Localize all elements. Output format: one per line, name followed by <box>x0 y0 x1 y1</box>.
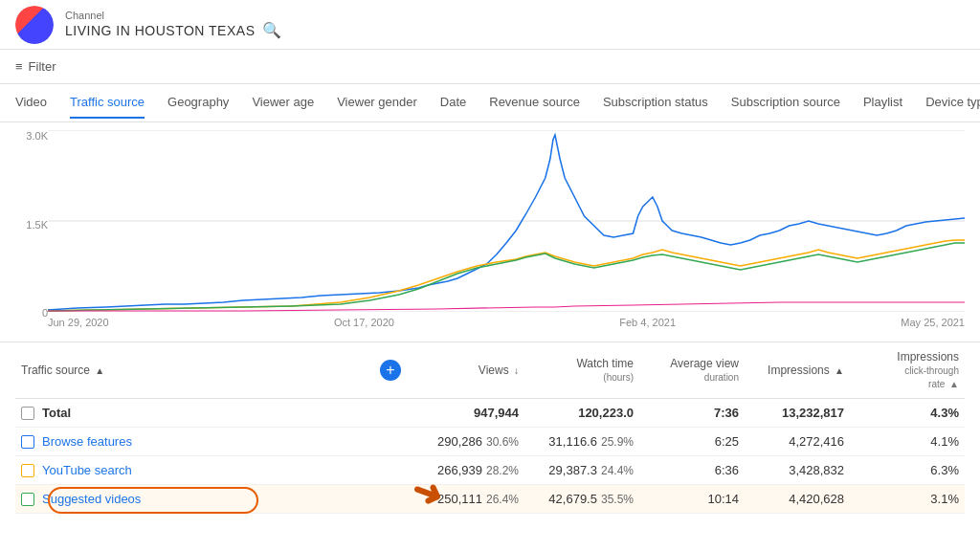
col-header-traffic: Traffic source ▲ <box>15 342 371 399</box>
cell-ctr-suggested-videos: 3.1% <box>850 485 965 514</box>
cell-impressions-browse-features: 4,272,416 <box>745 428 850 456</box>
table-area: Traffic source ▲ + Views ↓ Watch time(ho… <box>0 342 980 551</box>
table-row-browse-features: Browse features290,28630.6%31,116.625.9%… <box>15 428 965 456</box>
cell-ctr-total: 4.3% <box>850 399 965 428</box>
filter-bar: ≡ Filter <box>0 50 980 84</box>
cell-avg-total: 7:36 <box>639 399 745 428</box>
y-axis: 3.0K 1.5K 0 <box>6 130 48 319</box>
x-label-2: Oct 17, 2020 <box>334 317 394 328</box>
tab-viewer-gender[interactable]: Viewer gender <box>337 95 417 119</box>
filter-label[interactable]: Filter <box>29 59 56 74</box>
cell-views-youtube-search: 266,93928.2% <box>410 456 524 485</box>
cell-impressions-total: 13,232,817 <box>745 399 850 428</box>
channel-info: Channel LIVING IN HOUSTON TEXAS 🔍 <box>65 10 281 39</box>
cell-ctr-browse-features: 4.1% <box>850 428 965 456</box>
cell-add-total <box>371 399 410 428</box>
table-row-suggested-videos: Suggested videos250,11126.4%42,679.535.5… <box>15 485 965 514</box>
col-header-ctr: Impressionsclick-throughrate ▲ <box>850 342 965 399</box>
cell-traffic-browse-features: Browse features <box>15 428 371 456</box>
channel-name: LIVING IN HOUSTON TEXAS <box>65 23 255 38</box>
cell-impressions-suggested-videos: 4,420,628 <box>745 485 850 514</box>
y-label-bottom: 0 <box>42 307 48 319</box>
checkbox-youtube-search[interactable] <box>21 464 34 477</box>
tab-date[interactable]: Date <box>440 95 466 119</box>
checkbox-total[interactable] <box>21 407 34 420</box>
col-add: + <box>371 342 410 399</box>
tab-geography[interactable]: Geography <box>167 95 229 119</box>
cell-impressions-youtube-search: 3,428,832 <box>745 456 850 485</box>
cell-watch-youtube-search: 29,387.324.4% <box>524 456 639 485</box>
filter-icon[interactable]: ≡ <box>15 59 23 74</box>
tab-revenue-source[interactable]: Revenue source <box>489 95 580 119</box>
col-header-impressions: Impressions ▲ <box>745 342 850 399</box>
col-header-views: Views ↓ <box>410 342 524 399</box>
x-label-1: Jun 29, 2020 <box>48 317 109 328</box>
avatar-image <box>15 6 54 44</box>
row-label-browse-features[interactable]: Browse features <box>42 434 132 449</box>
col-header-avg: Average viewduration <box>639 342 745 399</box>
row-label-youtube-search[interactable]: YouTube search <box>42 463 132 477</box>
y-label-mid: 1.5K <box>26 219 48 231</box>
channel-avatar <box>15 6 54 44</box>
tabs-container: VideoTraffic sourceGeographyViewer ageVi… <box>0 84 980 122</box>
chart-svg <box>48 130 965 312</box>
tab-viewer-age[interactable]: Viewer age <box>252 95 314 119</box>
cell-watch-suggested-videos: 42,679.535.5% <box>524 485 639 514</box>
cell-avg-youtube-search: 6:36 <box>639 456 745 485</box>
tab-traffic-source[interactable]: Traffic source <box>70 95 145 119</box>
tab-video[interactable]: Video <box>15 95 47 119</box>
chart-area: 3.0K 1.5K 0 Jun 29, 2020 Oct 17, 2020 Fe… <box>0 122 980 342</box>
search-icon[interactable]: 🔍 <box>262 21 281 39</box>
x-label-3: Feb 4, 2021 <box>619 317 676 328</box>
tab-subscription-status[interactable]: Subscription status <box>603 95 708 119</box>
checkbox-suggested-videos[interactable] <box>21 493 34 506</box>
header: Channel LIVING IN HOUSTON TEXAS 🔍 <box>0 0 980 50</box>
row-label-total: Total <box>42 406 71 420</box>
cell-add-youtube-search <box>371 456 410 485</box>
tab-device-type[interactable]: Device type <box>925 95 980 119</box>
data-table: Traffic source ▲ + Views ↓ Watch time(ho… <box>15 342 965 514</box>
cell-views-suggested-videos: 250,11126.4% <box>410 485 524 514</box>
cell-watch-total: 120,223.0 <box>524 399 639 428</box>
channel-label: Channel <box>65 10 281 21</box>
cell-add-browse-features <box>371 428 410 456</box>
checkbox-browse-features[interactable] <box>21 435 34 449</box>
x-label-4: May 25, 2021 <box>901 317 965 328</box>
add-column-button[interactable]: + <box>380 360 401 381</box>
channel-name-box: LIVING IN HOUSTON TEXAS 🔍 <box>65 21 281 39</box>
tab-playlist[interactable]: Playlist <box>863 95 902 119</box>
cell-traffic-suggested-videos: Suggested videos <box>15 485 371 514</box>
cell-traffic-total: Total <box>15 399 371 428</box>
cell-traffic-youtube-search: YouTube search <box>15 456 371 485</box>
table-row-youtube-search: YouTube search266,93928.2%29,387.324.4%6… <box>15 456 965 485</box>
cell-add-suggested-videos <box>371 485 410 514</box>
col-header-watch: Watch time(hours) <box>524 342 639 399</box>
cell-avg-suggested-videos: 10:14 <box>639 485 745 514</box>
table-row-total: Total947,944120,223.07:3613,232,8174.3% <box>15 399 965 428</box>
x-axis: Jun 29, 2020 Oct 17, 2020 Feb 4, 2021 Ma… <box>48 315 965 328</box>
cell-views-total: 947,944 <box>410 399 524 428</box>
cell-views-browse-features: 290,28630.6% <box>410 428 524 456</box>
tab-subscription-source[interactable]: Subscription source <box>731 95 840 119</box>
cell-watch-browse-features: 31,116.625.9% <box>524 428 639 456</box>
col-traffic-label: Traffic source ▲ <box>21 364 104 377</box>
y-label-top: 3.0K <box>26 130 48 142</box>
cell-ctr-youtube-search: 6.3% <box>850 456 965 485</box>
cell-avg-browse-features: 6:25 <box>639 428 745 456</box>
row-label-suggested-videos[interactable]: Suggested videos <box>42 492 141 506</box>
